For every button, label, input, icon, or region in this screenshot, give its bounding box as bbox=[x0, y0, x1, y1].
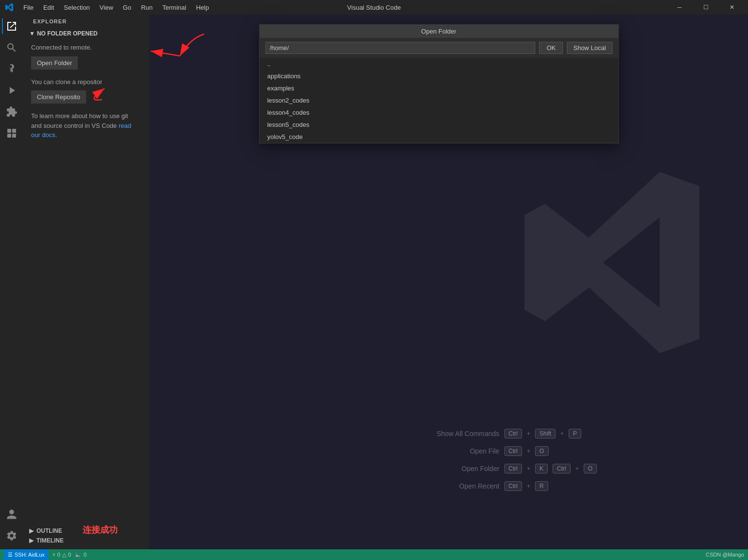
open-folder-button[interactable]: Open Folder bbox=[31, 56, 78, 70]
minimize-button[interactable]: ─ bbox=[668, 0, 691, 15]
kbd-o-2: O bbox=[584, 464, 597, 473]
warnings-count: 0 bbox=[68, 552, 71, 558]
chevron-down-icon: ▼ bbox=[29, 30, 35, 37]
titlebar-right: ─ ☐ ✕ bbox=[668, 0, 743, 15]
shortcut-label-1: Show All Commands bbox=[412, 430, 499, 438]
sidebar-section: ▼ NO FOLDER OPENED Connected to remote. … bbox=[23, 26, 149, 142]
shortcut-label-2: Open File bbox=[412, 447, 499, 455]
kbd-ctrl-4: Ctrl bbox=[553, 464, 571, 473]
remote-icon: ☰ bbox=[8, 552, 13, 558]
ssh-label: SSH: AidLux bbox=[15, 552, 45, 558]
chevron-right-icon: ▶ bbox=[29, 527, 34, 534]
menu-edit[interactable]: Edit bbox=[39, 3, 58, 12]
git-text: To learn more about how to use git and s… bbox=[23, 107, 149, 140]
titlebar-left: File Edit Selection View Go Run Terminal… bbox=[5, 3, 213, 12]
errors-status[interactable]: ☓ 0 △ 0 bbox=[52, 552, 71, 558]
vscode-watermark bbox=[515, 165, 709, 360]
svg-rect-2 bbox=[7, 134, 11, 138]
kbd-k: K bbox=[535, 464, 548, 473]
dialog-file-list: .. applications examples lesson2_codes l… bbox=[260, 58, 618, 143]
connected-success-label: 连接成功 bbox=[83, 524, 118, 536]
vscode-logo-icon bbox=[5, 3, 14, 12]
audio-count: 0 bbox=[84, 552, 87, 558]
kbd-ctrl-5: Ctrl bbox=[504, 481, 522, 491]
kbd-ctrl-1: Ctrl bbox=[504, 429, 522, 438]
activity-settings[interactable] bbox=[2, 526, 21, 545]
audio-status[interactable]: 🔈 0 bbox=[75, 552, 87, 558]
activity-bottom bbox=[2, 505, 21, 549]
warning-icon: △ bbox=[62, 552, 66, 558]
kbd-ctrl-2: Ctrl bbox=[504, 446, 522, 456]
kbd-o-1: O bbox=[535, 446, 548, 456]
status-right: CSDN @Mango bbox=[706, 552, 744, 558]
shortcuts-container: Show All Commands Ctrl + Shift + P Open … bbox=[412, 429, 597, 491]
list-item-lesson4[interactable]: lesson4_codes bbox=[260, 106, 618, 119]
activity-run-debug[interactable] bbox=[2, 81, 21, 100]
svg-rect-3 bbox=[12, 134, 16, 138]
audio-icon: 🔈 bbox=[75, 552, 82, 558]
clone-repo-text: You can clone a repositor bbox=[23, 73, 149, 87]
menu-terminal[interactable]: Terminal bbox=[158, 3, 190, 12]
titlebar: File Edit Selection View Go Run Terminal… bbox=[0, 0, 748, 15]
menu-help[interactable]: Help bbox=[192, 3, 213, 12]
titlebar-title: Visual Studio Code bbox=[347, 4, 400, 11]
dialog-input-row: OK Show Local bbox=[260, 38, 618, 58]
list-item-parent[interactable]: .. bbox=[260, 58, 618, 70]
shortcut-label-4: Open Recent bbox=[412, 482, 499, 490]
menu-view[interactable]: View bbox=[96, 3, 117, 12]
shortcut-show-all-commands: Show All Commands Ctrl + Shift + P bbox=[412, 429, 597, 438]
kbd-ctrl-3: Ctrl bbox=[504, 464, 522, 473]
list-item-applications[interactable]: applications bbox=[260, 70, 618, 82]
dialog-show-local-button[interactable]: Show Local bbox=[567, 42, 612, 54]
activity-search[interactable] bbox=[2, 38, 21, 57]
activity-account[interactable] bbox=[2, 505, 21, 524]
dialog-title: Open Folder bbox=[260, 25, 618, 38]
close-button[interactable]: ✕ bbox=[721, 0, 743, 15]
sidebar-header: EXPLORER bbox=[23, 15, 149, 26]
shortcut-open-folder: Open Folder Ctrl + K Ctrl + O bbox=[412, 464, 597, 473]
activity-explorer[interactable] bbox=[2, 17, 21, 36]
list-item-yolov5[interactable]: yolov5_code bbox=[260, 131, 618, 143]
menu-selection[interactable]: Selection bbox=[60, 3, 93, 12]
no-folder-label: NO FOLDER OPENED bbox=[37, 30, 98, 37]
list-item-examples[interactable]: examples bbox=[260, 82, 618, 94]
open-folder-dialog: Open Folder OK Show Local .. application… bbox=[259, 24, 619, 143]
list-item-lesson2[interactable]: lesson2_codes bbox=[260, 94, 618, 106]
dialog-ok-button[interactable]: OK bbox=[539, 42, 563, 54]
shortcut-label-3: Open Folder bbox=[412, 465, 499, 472]
statusbar: ☰ SSH: AidLux ☓ 0 △ 0 🔈 0 CSDN @Mango bbox=[0, 549, 748, 560]
svg-rect-0 bbox=[7, 129, 11, 133]
kbd-r: R bbox=[535, 481, 548, 491]
menu-file[interactable]: File bbox=[19, 3, 37, 12]
kbd-shift: Shift bbox=[535, 429, 556, 438]
no-folder-header[interactable]: ▼ NO FOLDER OPENED bbox=[23, 28, 149, 39]
shortcut-open-recent: Open Recent Ctrl + R bbox=[412, 481, 597, 491]
svg-rect-1 bbox=[12, 129, 16, 133]
timeline-item[interactable]: ▶ TIMELINE bbox=[23, 536, 149, 545]
menu-run[interactable]: Run bbox=[137, 3, 157, 12]
menu-bar: File Edit Selection View Go Run Terminal… bbox=[19, 3, 213, 12]
folder-path-input[interactable] bbox=[265, 42, 536, 54]
activity-remote-explorer[interactable] bbox=[2, 123, 21, 143]
errors-count: 0 bbox=[57, 552, 60, 558]
ssh-status[interactable]: ☰ SSH: AidLux bbox=[4, 549, 49, 560]
chevron-right-icon-2: ▶ bbox=[29, 537, 34, 544]
activity-bar bbox=[0, 15, 23, 549]
csdn-label: CSDN @Mango bbox=[706, 552, 744, 558]
list-item-lesson5[interactable]: lesson5_codes bbox=[260, 119, 618, 131]
sidebar: EXPLORER ▼ NO FOLDER OPENED Connected to… bbox=[23, 15, 150, 549]
kbd-p: P bbox=[569, 429, 581, 438]
menu-go[interactable]: Go bbox=[119, 3, 135, 12]
clone-repo-button[interactable]: Clone Reposito bbox=[31, 90, 86, 104]
maximize-button[interactable]: ☐ bbox=[695, 0, 717, 15]
shortcut-open-file: Open File Ctrl + O bbox=[412, 446, 597, 456]
activity-extensions[interactable] bbox=[2, 102, 21, 122]
activity-source-control[interactable] bbox=[2, 59, 21, 79]
connected-text: Connected to remote. bbox=[23, 39, 149, 52]
error-icon: ☓ bbox=[52, 552, 55, 558]
